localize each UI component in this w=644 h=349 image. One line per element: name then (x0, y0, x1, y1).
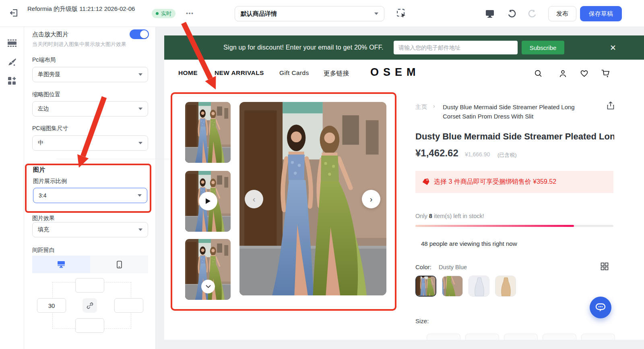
chevron-down-icon (138, 229, 142, 231)
chevron-down-icon (138, 142, 142, 144)
chevron-left-icon: ‹ (253, 195, 256, 204)
spacing-left-input[interactable] (37, 298, 66, 313)
gallery-thumbnail-3[interactable] (185, 239, 231, 300)
divider (56, 159, 172, 159)
wishlist-button[interactable] (579, 68, 589, 79)
image-effect-select[interactable]: 填充 (32, 222, 148, 237)
account-icon (559, 69, 567, 78)
chevron-down-icon (138, 194, 142, 197)
save-draft-button[interactable]: 保存草稿 (580, 6, 622, 21)
size-option-chip[interactable] (543, 334, 576, 340)
color-value: Dusty Blue (439, 264, 467, 270)
spacing-top-input[interactable] (75, 278, 104, 293)
heart-icon (580, 69, 588, 77)
nav-item-gift-cards[interactable]: Gift Cards (279, 69, 309, 77)
monitor-icon (485, 9, 495, 18)
image-ratio-label: 图片展示比例 (33, 178, 67, 185)
template-selector-value: 默认商品详情 (241, 10, 277, 18)
monitor-icon (57, 261, 65, 268)
spacing-device-tabs (32, 256, 148, 273)
breadcrumb-home[interactable]: 主页 (415, 103, 427, 111)
product-photo-thumb (185, 102, 231, 163)
sections-icon (7, 39, 17, 47)
tag-icon (422, 178, 430, 186)
blocks-plus-icon (8, 77, 17, 85)
cart-button[interactable] (600, 68, 611, 79)
size-option-chip[interactable] (581, 334, 615, 340)
image-ratio-select[interactable]: 3:4 (33, 188, 147, 203)
spacing-link-button[interactable] (83, 298, 97, 313)
stock-count: 8 (429, 213, 432, 219)
carousel-next-button[interactable]: › (362, 190, 380, 208)
nav-item-new-arrivals[interactable]: NEW ARRIVALS (215, 69, 264, 77)
stock-progress-track (415, 225, 613, 227)
zoom-toggle-label: 点击放大图片 (32, 31, 68, 38)
theme-style-tab-button[interactable] (6, 57, 18, 68)
exit-icon (10, 8, 19, 19)
banner-close-button[interactable]: ✕ (607, 42, 619, 54)
size-option-chip[interactable] (427, 334, 460, 340)
chat-widget-button[interactable] (590, 297, 611, 318)
select-element-tool[interactable] (397, 9, 407, 19)
template-selector[interactable]: 默认商品详情 (235, 6, 384, 21)
color-swatch-green[interactable] (442, 276, 463, 297)
color-swatch-champagne[interactable] (495, 276, 516, 297)
gallery-thumbnail-1[interactable] (185, 102, 231, 163)
apps-tab-button[interactable] (6, 75, 18, 87)
viewers-message: 48 people are viewing this right now (421, 240, 517, 247)
variant-grid-view-button[interactable] (601, 262, 609, 272)
nav-item-home[interactable]: HOME (178, 69, 198, 77)
image-effect-label: 图片效果 (32, 215, 55, 222)
size-option-chip[interactable] (465, 334, 499, 340)
zoom-toggle[interactable] (130, 29, 149, 39)
chevron-down-icon (138, 73, 142, 76)
size-label: Size: (415, 318, 429, 324)
thumb-position-label: 缩略图位置 (32, 91, 60, 98)
undo-button[interactable] (506, 8, 518, 20)
image-section-title: 图片 (33, 166, 45, 174)
spacing-tab-mobile[interactable] (90, 256, 148, 273)
color-swatch-silver[interactable] (469, 276, 489, 297)
search-icon (534, 69, 543, 78)
spacing-label: 间距留白 (32, 247, 55, 254)
exit-editor-button[interactable] (8, 8, 20, 20)
redo-button[interactable] (526, 8, 539, 20)
sections-tab-button[interactable] (6, 37, 18, 49)
publish-button[interactable]: 发布 (548, 6, 576, 21)
thumb-position-select[interactable]: 左边 (32, 101, 148, 116)
grid-icon (601, 262, 609, 270)
carousel-prev-button[interactable]: ‹ (245, 190, 263, 208)
nav-item-more-links[interactable]: 更多链接 (324, 69, 349, 78)
chevron-down-icon (374, 12, 378, 15)
zoom-toggle-help: 当关闭时则进入图集中展示放大图片效果 (32, 41, 147, 48)
gallery-size-select[interactable]: 中 (32, 135, 148, 151)
bundle-offer-text: 选择 3 件商品即可享受捆绑销售价 ¥359.52 (434, 178, 556, 186)
cart-icon (601, 69, 610, 78)
more-thumbnails-button[interactable] (201, 280, 215, 293)
pc-layout-select[interactable]: 单图旁显 (32, 67, 148, 82)
redo-icon (528, 9, 537, 19)
store-logo[interactable]: OSEM (370, 66, 420, 79)
undo-icon (507, 9, 516, 19)
gallery-thumbnail-2-video[interactable] (185, 171, 231, 232)
compare-price: ¥1,666.90 (465, 151, 490, 158)
color-swatch-dusty-blue[interactable] (415, 276, 436, 297)
link-icon (87, 302, 93, 309)
spacing-right-input[interactable] (114, 298, 143, 313)
play-video-button[interactable] (199, 192, 217, 210)
subscribe-button[interactable]: Subscribe (522, 41, 564, 54)
more-options-button[interactable]: ••• (182, 8, 198, 19)
size-option-chip[interactable] (504, 334, 538, 340)
phone-icon (117, 261, 122, 268)
account-button[interactable] (557, 68, 568, 79)
live-status-badge: 实时 (152, 9, 175, 18)
spacing-tab-desktop[interactable] (32, 256, 90, 273)
device-preview-button[interactable] (484, 8, 496, 20)
share-button[interactable] (607, 102, 614, 111)
email-input[interactable] (394, 41, 518, 54)
breadcrumb-current: Dusty Blue Mermaid Side Streamer Pleated… (443, 103, 596, 121)
spacing-bottom-input[interactable] (75, 318, 104, 333)
search-button[interactable] (533, 68, 543, 79)
product-title: Dusty Blue Mermaid Side Streamer Pleated… (415, 131, 614, 142)
page-title: Reformia 的升级版 11:21:12 2026-02-06 (27, 4, 147, 14)
